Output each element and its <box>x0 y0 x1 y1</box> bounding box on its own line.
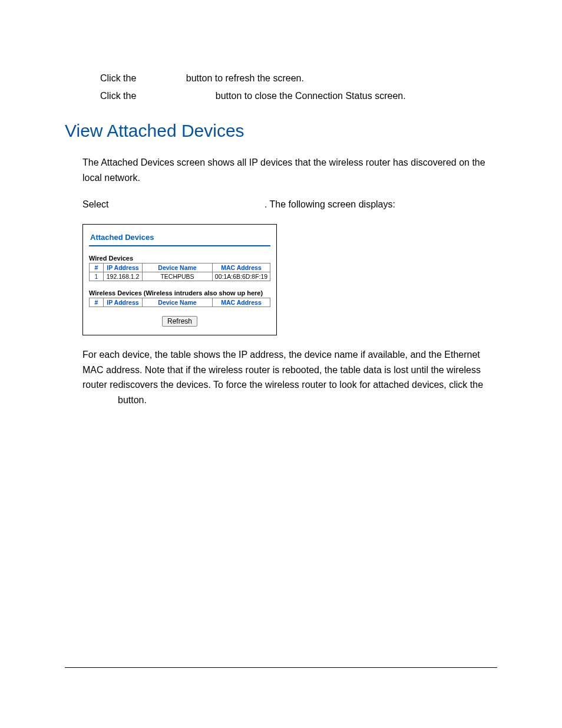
intro-paragraph: The Attached Devices screen shows all IP… <box>82 155 497 185</box>
footer-rule <box>65 667 497 668</box>
col-header-mac: MAC Address <box>213 298 270 307</box>
table-row: 1192.168.1.2TECHPUBS00:1A:6B:6D:8F:19 <box>90 272 270 281</box>
table-header-row: # IP Address Device Name MAC Address <box>90 263 270 272</box>
wireless-devices-table: # IP Address Device Name MAC Address <box>89 298 270 307</box>
text: . The following screen displays: <box>265 199 395 209</box>
text: button. <box>118 395 147 405</box>
col-header-num: # <box>90 263 104 272</box>
wired-devices-label: Wired Devices <box>89 255 270 262</box>
section-heading: View Attached Devices <box>65 121 497 141</box>
instruction-line-2: Click the button to close the Connection… <box>100 88 497 104</box>
panel-divider <box>89 245 270 246</box>
page: Click the button to refresh the screen. … <box>0 0 562 728</box>
panel-title: Attached Devices <box>90 233 270 242</box>
col-header-ip: IP Address <box>104 263 143 272</box>
col-header-name: Device Name <box>143 263 213 272</box>
wired-devices-table: # IP Address Device Name MAC Address 119… <box>89 263 270 281</box>
text: Click the <box>100 91 139 101</box>
refresh-button[interactable]: Refresh <box>162 316 197 327</box>
text: button to refresh the screen. <box>186 73 304 83</box>
attached-devices-panel: Attached Devices Wired Devices # IP Addr… <box>82 224 277 335</box>
text: Select <box>82 199 111 209</box>
col-header-num: # <box>90 298 104 307</box>
text: Click the <box>100 73 139 83</box>
text: button to close the Connection Status sc… <box>216 91 406 101</box>
col-header-ip: IP Address <box>104 298 143 307</box>
select-line: Select . The following screen displays: <box>82 197 497 212</box>
col-header-mac: MAC Address <box>213 263 270 272</box>
top-instructions: Click the button to refresh the screen. … <box>100 71 497 103</box>
col-header-name: Device Name <box>143 298 213 307</box>
refresh-row: Refresh <box>89 315 270 327</box>
cell-mac: 00:1A:6B:6D:8F:19 <box>213 272 270 281</box>
table-header-row: # IP Address Device Name MAC Address <box>90 298 270 307</box>
cell-ip: 192.168.1.2 <box>104 272 143 281</box>
cell-num: 1 <box>90 272 104 281</box>
instruction-line-1: Click the button to refresh the screen. <box>100 71 497 86</box>
text: For each device, the table shows the IP … <box>82 350 483 390</box>
outro-paragraph: For each device, the table shows the IP … <box>82 347 497 407</box>
wireless-devices-label: Wireless Devices (Wireless intruders als… <box>89 289 270 297</box>
cell-name: TECHPUBS <box>143 272 213 281</box>
